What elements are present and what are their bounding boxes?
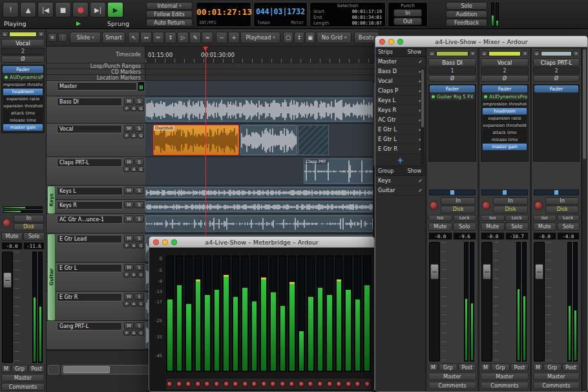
stop-button[interactable]: ■ (55, 2, 71, 17)
add-strip-button[interactable]: + (375, 154, 425, 166)
input-button[interactable]: In (545, 197, 579, 205)
input-button[interactable]: In (493, 197, 528, 205)
plugin-control[interactable]: headroom (483, 108, 527, 114)
disk-monitor-button[interactable]: Disk (441, 206, 476, 213)
audio-region[interactable] (240, 125, 297, 155)
location-markers-ruler[interactable]: Location Markers SOLO (47, 75, 378, 81)
solo-button[interactable]: Solo (557, 223, 580, 231)
track-solo-button[interactable]: S (134, 98, 144, 105)
track-header[interactable]: E Gtr LMSPAG (47, 263, 145, 292)
cut-tool-button[interactable]: ✂ (152, 32, 164, 43)
track-name-field[interactable]: Keys R (57, 201, 123, 210)
sync-source-button[interactable]: Internal (146, 2, 193, 10)
track-lane[interactable] (145, 200, 378, 214)
mute-button[interactable]: Mute (481, 223, 505, 231)
automation-button[interactable]: A (131, 330, 137, 336)
track-solo-button[interactable]: S (134, 125, 144, 132)
gain-fader[interactable] (481, 242, 492, 362)
record-arm-button[interactable] (251, 381, 258, 387)
group-button[interactable]: G (138, 133, 144, 138)
strip-list-item[interactable]: AC Gtr✓ (375, 115, 425, 125)
record-arm-button[interactable] (232, 381, 240, 387)
show-checkbox[interactable]: ✓ (418, 59, 423, 65)
peak-display[interactable]: -9.6 (453, 232, 477, 240)
primary-clock[interactable]: 00:01:27:13 INT/MTC (196, 2, 251, 27)
record-arm-button[interactable] (185, 381, 193, 387)
strip-menu-button[interactable]: ≡ (1, 31, 8, 37)
audition-tool-button[interactable]: ▷ (177, 32, 189, 43)
gain-display[interactable]: -0.0 (481, 232, 505, 240)
group-list-item[interactable]: Guitar✓ (375, 186, 425, 195)
track-lane[interactable]: Claps PRT (145, 157, 378, 186)
track-solo-button[interactable]: S (134, 235, 144, 242)
track-header[interactable]: Gang PRT-LMSPAG (47, 321, 145, 350)
track-solo-button[interactable]: S (134, 187, 144, 194)
track-solo-button[interactable]: S (134, 158, 144, 166)
zoom-window-button[interactable] (397, 39, 403, 45)
plugin-control[interactable]: attack time (483, 129, 527, 136)
automation-button[interactable]: A (131, 243, 137, 248)
input-button[interactable]: In (441, 197, 476, 205)
fader-processor[interactable]: Fader (430, 85, 475, 93)
record-arm-button[interactable] (279, 381, 287, 387)
record-arm-button[interactable] (298, 381, 306, 387)
group-button[interactable]: G (138, 301, 144, 307)
fader-processor[interactable]: Fader (534, 85, 578, 93)
track-header[interactable]: AC Gtr A...unce-1MS (47, 214, 145, 234)
strip-list-item[interactable]: Keys L✓ (375, 96, 425, 105)
loop-punch-ruler[interactable]: Loop/Punch Ranges (47, 63, 378, 69)
track-mute-button[interactable]: M (124, 264, 134, 271)
record-arm-button[interactable] (260, 381, 268, 387)
gain-fader[interactable] (429, 242, 440, 362)
plugin-control[interactable]: compression threshold (3, 82, 43, 88)
mute-button[interactable]: Mute (533, 223, 556, 231)
group-list-item[interactable]: Keys✓ (375, 176, 425, 186)
processor-box[interactable]: Fader AUDynamicsPro compression threshol… (1, 65, 45, 133)
phase-button[interactable]: Ø (533, 75, 580, 82)
post-button[interactable]: Post (458, 364, 477, 371)
processor-box[interactable]: Fader (533, 84, 580, 162)
editor-menu-button[interactable]: ≡ (48, 33, 57, 42)
phase-button[interactable]: Ø (481, 75, 529, 82)
ruler-label-loop-punch[interactable]: Loop/Punch Ranges (47, 63, 145, 69)
panner[interactable] (481, 190, 528, 195)
plugin-control[interactable]: expansion threshold (483, 122, 527, 129)
playlist-button[interactable]: P (123, 243, 130, 248)
plugin-processor[interactable]: Guitar Rig 5 FX (430, 93, 475, 100)
punch-in-button[interactable]: In (394, 9, 422, 17)
shuttle-mode-label[interactable]: Sprung (107, 20, 129, 27)
output-button[interactable]: Master (481, 373, 529, 380)
metronome-button[interactable]: ▲ (20, 2, 36, 17)
comments-button[interactable]: Comments (533, 382, 580, 389)
comments-button[interactable]: Comments (1, 383, 45, 391)
solo-button[interactable]: Solo (23, 232, 45, 241)
plugin-control[interactable]: compression threshold (483, 101, 527, 107)
timecode-ruler[interactable]: Timecode 01:15:00 00:01:30:00 (47, 47, 378, 63)
feedback-button[interactable]: Feedback (446, 19, 487, 27)
record-button[interactable]: ● (72, 2, 89, 17)
close-window-button[interactable] (379, 39, 385, 45)
edit-mode-dropdown[interactable]: Slide (70, 32, 101, 43)
solo-lock-button[interactable]: Lock (453, 215, 477, 221)
group-tab-guitar[interactable]: Guitar (47, 234, 56, 321)
audio-region[interactable] (145, 215, 377, 232)
group-button[interactable]: Grp (491, 364, 510, 371)
record-arm-button[interactable] (213, 381, 221, 387)
strip-list-item[interactable]: Bass D✓ (375, 67, 425, 76)
track-mute-button[interactable]: M (124, 201, 134, 208)
strip-close-icon[interactable]: ✕ (572, 50, 580, 56)
automation-button[interactable]: A (131, 166, 137, 172)
track-header[interactable]: Claps PRT-LMSPAG (47, 157, 145, 186)
solo-iso-button[interactable]: Iso (533, 215, 556, 221)
metering-point-button[interactable]: M (533, 364, 543, 371)
gain-display[interactable]: -0.0 (1, 242, 23, 250)
summary-corner-button[interactable] (48, 365, 59, 375)
track-color-bar[interactable] (488, 51, 521, 56)
record-arm-button[interactable] (176, 381, 184, 387)
plugin-processor[interactable]: AUDynamicsPro (482, 93, 527, 100)
draw-tool-button[interactable]: ✎ (189, 32, 201, 43)
panner[interactable] (429, 190, 476, 195)
minimize-window-button[interactable] (388, 39, 394, 45)
automation-button[interactable]: A (131, 105, 137, 111)
track-lane[interactable] (145, 81, 378, 96)
